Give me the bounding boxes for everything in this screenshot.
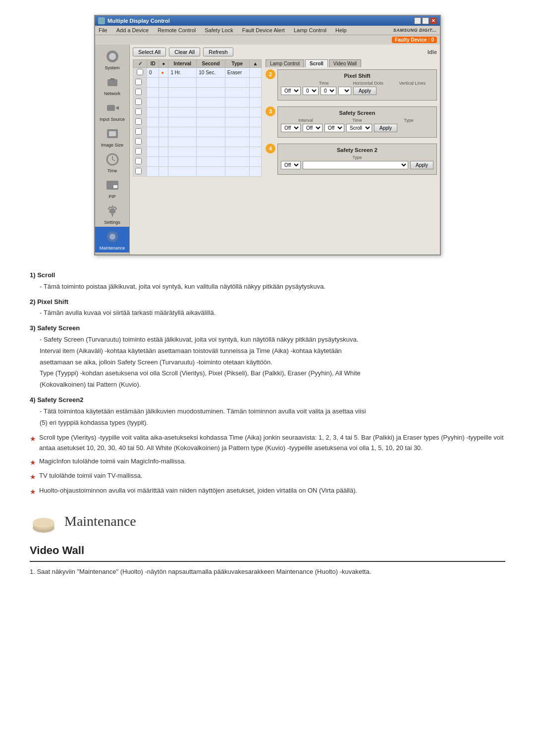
refresh-button[interactable]: Refresh (203, 48, 233, 56)
doc-desc-3-0: - Safety Screen (Turvaruutu) toiminto es… (40, 335, 505, 345)
ss-time-select[interactable]: Off (324, 124, 344, 132)
svg-rect-7 (109, 131, 116, 136)
safety-screen-title: Safety Screen (281, 110, 433, 116)
sidebar-label-pip: PIP (108, 194, 116, 199)
table-row (133, 78, 262, 88)
menu-add-device[interactable]: Add a Device (115, 27, 150, 34)
sidebar-item-settings[interactable]: Settings (95, 201, 129, 227)
select-all-button[interactable]: Select All (133, 48, 166, 56)
maximize-button[interactable]: □ (422, 17, 429, 24)
device-checkbox[interactable] (135, 118, 142, 125)
sidebar-item-maintenance[interactable]: Maintenance (95, 227, 129, 252)
star-text-4: Huolto-ohjaustoiminnon avulla voi määrit… (39, 486, 357, 497)
table-area: ✓ ID ● Interval Second Type ▲ (133, 59, 437, 178)
ps-vlines-select[interactable] (338, 87, 351, 95)
safety-screen-apply[interactable]: Apply (374, 124, 397, 132)
ps-hdots-select[interactable]: 0 (321, 87, 336, 95)
safety-screen-badge: 3 (266, 106, 275, 116)
doc-item-4-title: 4) Safety Screen2 (30, 395, 505, 405)
star-item-4: ★ Huolto-ohjaustoiminnon avulla voi määr… (30, 486, 505, 497)
doc-title-1: Scroll (37, 271, 55, 279)
device-checkbox[interactable] (135, 79, 142, 85)
ss2-col-type: Type (281, 155, 433, 160)
image-size-icon (105, 126, 120, 142)
ss-col-time: Time (332, 118, 382, 123)
sidebar-label-maintenance: Maintenance (100, 246, 125, 251)
ss-interval-select[interactable]: Off (303, 124, 322, 132)
star-item-2: ★ MagicInfon tulolähde toimii vain Magic… (30, 456, 505, 468)
menu-file[interactable]: File (97, 27, 109, 34)
system-icon (105, 49, 120, 64)
status-text: Idle (428, 49, 437, 55)
star-items-section: ★ Scroll type (Vieritys) -tyypille voit … (30, 433, 505, 497)
ss-onoff-select[interactable]: OffOn (281, 124, 301, 132)
ss-col-type: Type (384, 118, 433, 123)
device-checkbox[interactable] (135, 168, 142, 174)
doc-desc-3-3: Type (Tyyppi) -kohdan asetuksena voi oll… (40, 368, 505, 379)
toolbar: Select All Clear All Refresh Idle (133, 48, 437, 56)
row-type: Eraser (225, 68, 249, 78)
clear-all-button[interactable]: Clear All (169, 48, 200, 56)
svg-line-10 (112, 159, 115, 161)
maintenance-icon-sidebar (105, 229, 120, 245)
minimize-button[interactable]: _ (414, 17, 421, 24)
sidebar-item-network[interactable]: Network (95, 72, 129, 98)
pixel-shift-panel: Pixel Shift Time Horizontal Dots Vertica… (277, 69, 437, 101)
app-body: System Network Input Source Image Size (95, 45, 440, 254)
device-checkbox[interactable] (135, 128, 142, 135)
device-checkbox[interactable] (137, 69, 143, 75)
device-checkbox[interactable] (135, 99, 142, 105)
video-wall-section: Video Wall 1. Saat näkyviin "Maintenance… (30, 542, 505, 577)
menu-fault-device-alert[interactable]: Fault Device Alert (241, 27, 286, 34)
device-checkbox[interactable] (135, 148, 142, 154)
device-table: ✓ ID ● Interval Second Type ▲ (133, 59, 262, 178)
row-scroll (249, 68, 261, 78)
svg-rect-12 (113, 185, 117, 188)
safety-screen2-apply[interactable]: Apply (410, 161, 433, 169)
table-row (133, 127, 262, 137)
sidebar-item-input-source[interactable]: Input Source (95, 98, 129, 124)
menu-help[interactable]: Help (334, 27, 348, 34)
menu-safety-lock[interactable]: Safety Lock (203, 27, 234, 34)
tab-scroll[interactable]: Scroll (305, 59, 328, 67)
close-button[interactable]: ✕ (430, 17, 437, 24)
table-row (133, 157, 262, 167)
video-wall-title: Video Wall (30, 542, 505, 562)
ps-onoff-select[interactable]: OffOn (281, 87, 301, 95)
safety-screen2-col-labels: Type (281, 155, 433, 160)
ps-time-select[interactable]: 0 (303, 87, 319, 95)
device-checkbox[interactable] (135, 158, 142, 164)
doc-item-1-desc: - Tämä toiminto poistaa jälkikuvat, joit… (30, 282, 505, 292)
sidebar-item-image-size[interactable]: Image Size (95, 124, 129, 150)
sidebar-label-system: System (105, 65, 119, 70)
device-checkbox[interactable] (135, 138, 142, 145)
table-row (133, 137, 262, 147)
pixel-shift-title: Pixel Shift (281, 73, 433, 79)
row-dot: ● (159, 68, 168, 78)
pixel-shift-row: OffOn 0 0 Apply (281, 87, 433, 95)
row-interval: 1 Hr. (168, 68, 197, 78)
doc-desc-3-2: asettamaan se aika, jolloin Safety Scree… (40, 357, 505, 368)
menu-lamp-control[interactable]: Lamp Control (292, 27, 328, 34)
ss-col-interval: Interval (281, 118, 330, 123)
tab-video-wall[interactable]: Video Wall (329, 59, 361, 67)
row-second: 10 Sec. (197, 68, 225, 78)
device-checkbox[interactable] (135, 89, 142, 95)
doc-desc-3-4: (Kokovalkoinen) tai Pattern (Kuvio). (40, 380, 505, 390)
tab-lamp-control[interactable]: Lamp Control (266, 59, 304, 67)
ss2-type-select[interactable] (303, 161, 408, 169)
ss-type-select[interactable]: Scroll (346, 124, 372, 132)
pixel-shift-apply[interactable]: Apply (353, 87, 376, 95)
ss2-onoff-select[interactable]: OffOn (281, 161, 301, 169)
svg-point-18 (33, 518, 54, 528)
th-type: Type (225, 60, 249, 68)
doc-content: 1) Scroll - Tämä toiminto poistaa jälkik… (20, 270, 515, 577)
sidebar-item-time[interactable]: Time (95, 150, 129, 175)
tab-bar: Lamp Control Scroll Video Wall (266, 59, 437, 67)
row-checkbox[interactable] (133, 68, 147, 78)
menu-remote-control[interactable]: Remote Control (156, 27, 197, 34)
device-checkbox[interactable] (135, 108, 142, 115)
faulty-device-bar: Faulty Device : 0 (95, 35, 440, 45)
sidebar-item-pip[interactable]: PIP (95, 175, 129, 201)
sidebar-item-system[interactable]: System (95, 47, 129, 72)
